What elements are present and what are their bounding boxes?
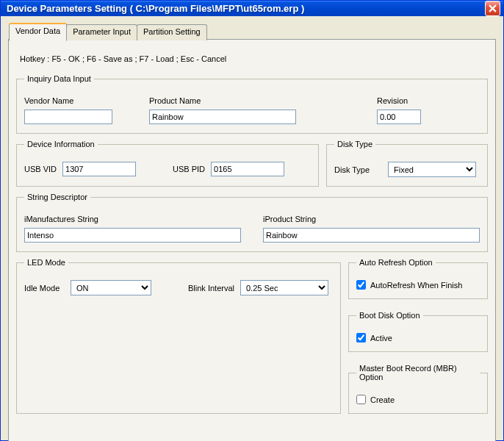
mbr-create-checkbox[interactable] xyxy=(356,395,366,404)
hotkey-text: Hotkey : F5 - OK ; F6 - Save as ; F7 - L… xyxy=(20,54,488,63)
legend-disk-type: Disk Type xyxy=(334,140,375,148)
tab-partition-setting[interactable]: Partition Setting xyxy=(137,24,207,40)
vendor-name-input[interactable] xyxy=(24,110,112,124)
boot-active-text: Active xyxy=(370,334,392,343)
auto-refresh-checkbox[interactable] xyxy=(356,280,366,290)
product-name-input[interactable] xyxy=(149,110,296,124)
tab-strip: Vendor Data Parameter Input Partition Se… xyxy=(9,24,206,40)
tab-parameter-input[interactable]: Parameter Input xyxy=(66,24,137,40)
idle-mode-select[interactable]: ON xyxy=(71,280,151,295)
legend-boot-disk: Boot Disk Option xyxy=(356,311,423,320)
fieldset-led-mode: LED Mode Idle Mode ON Blink Interval xyxy=(16,258,341,414)
revision-label: Revision xyxy=(377,96,421,105)
legend-string-desc: String Descriptor xyxy=(24,193,90,201)
fieldset-device-info: Device Information USB VID USB PID xyxy=(16,140,319,187)
tab-panel: Vendor Data Parameter Input Partition Se… xyxy=(8,39,496,441)
fieldset-auto-refresh: Auto Refresh Option AutoRefresh When Fin… xyxy=(348,258,488,299)
usb-pid-label: USB PID xyxy=(173,165,205,173)
vendor-name-label: Vendor Name xyxy=(24,96,134,105)
boot-active-checkbox-label[interactable]: Active xyxy=(356,333,480,343)
legend-mbr: Master Boot Record (MBR) Option xyxy=(356,364,480,381)
imanuf-input[interactable] xyxy=(24,228,241,243)
legend-auto-refresh: Auto Refresh Option xyxy=(356,258,436,267)
disk-type-label: Disk Type xyxy=(334,165,382,174)
disk-type-select[interactable]: Fixed xyxy=(388,162,476,177)
legend-inquiry: Inquiry Data Input xyxy=(24,74,94,83)
usb-pid-input[interactable] xyxy=(211,162,284,176)
mbr-create-checkbox-label[interactable]: Create xyxy=(356,395,480,404)
fieldset-string-desc: String Descriptor iManufactures String i… xyxy=(16,193,488,252)
product-name-label: Product Name xyxy=(149,96,318,105)
fieldset-boot-disk: Boot Disk Option Active xyxy=(348,311,488,352)
window: Device Parameters Setting ( C:\Program F… xyxy=(0,0,504,441)
close-icon xyxy=(489,4,497,12)
revision-input[interactable] xyxy=(377,110,421,124)
fieldset-mbr: Master Boot Record (MBR) Option Create xyxy=(348,364,488,414)
window-title: Device Parameters Setting ( C:\Program F… xyxy=(7,3,485,14)
blink-interval-select[interactable]: 0.25 Sec xyxy=(240,280,328,295)
tab-vendor-data[interactable]: Vendor Data xyxy=(9,23,67,41)
mbr-create-text: Create xyxy=(370,395,395,404)
iproduct-input[interactable] xyxy=(263,228,480,243)
idle-mode-label: Idle Mode xyxy=(24,284,65,293)
usb-vid-label: USB VID xyxy=(24,165,57,173)
boot-active-checkbox[interactable] xyxy=(356,333,366,343)
close-button[interactable] xyxy=(485,1,500,16)
blink-interval-label: Blink Interval xyxy=(188,284,234,293)
usb-vid-input[interactable] xyxy=(62,162,136,176)
legend-led-mode: LED Mode xyxy=(24,258,68,267)
titlebar[interactable]: Device Parameters Setting ( C:\Program F… xyxy=(1,1,503,16)
auto-refresh-text: AutoRefresh When Finish xyxy=(370,281,462,290)
auto-refresh-checkbox-label[interactable]: AutoRefresh When Finish xyxy=(356,280,480,290)
fieldset-inquiry: Inquiry Data Input Vendor Name Product N… xyxy=(16,74,488,134)
fieldset-disk-type: Disk Type Disk Type Fixed xyxy=(326,140,488,187)
iproduct-label: iProduct String xyxy=(263,215,480,223)
legend-device-info: Device Information xyxy=(24,140,98,148)
imanuf-label: iManufactures String xyxy=(24,215,241,223)
